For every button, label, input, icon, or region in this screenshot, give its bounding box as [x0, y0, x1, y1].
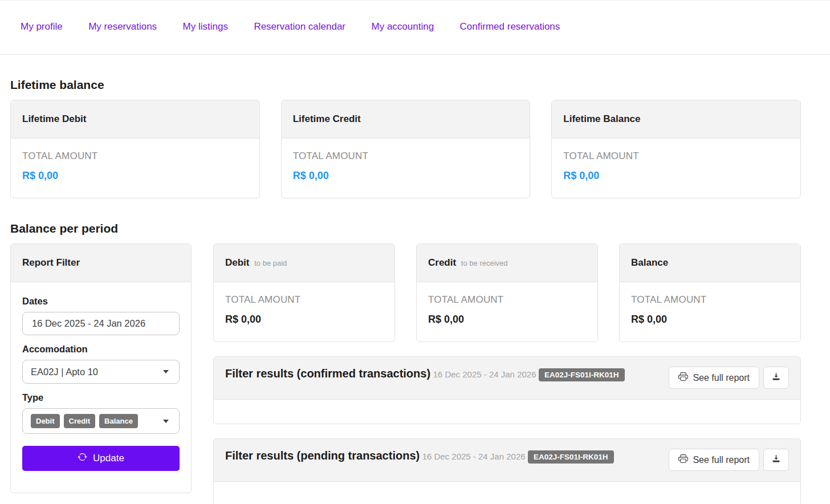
chevron-down-icon: [163, 370, 169, 373]
period-cards-row: Debit to be paid TOTAL AMOUNT R$ 0,00 Cr…: [213, 243, 801, 342]
pending-download-report-button[interactable]: [763, 449, 789, 471]
report-filter-title: Report Filter: [11, 244, 191, 282]
lifetime-balance-card: Lifetime Balance TOTAL AMOUNT R$ 0,00: [551, 100, 801, 198]
chevron-down-icon: [163, 420, 169, 423]
type-label: Type: [22, 392, 180, 403]
printer-icon: [678, 372, 688, 384]
accommodation-selected-value: EA02J | Apto 10: [31, 367, 98, 377]
nav-tab-reservation-calendar[interactable]: Reservation calendar: [254, 21, 345, 32]
lifetime-debit-card-title: Lifetime Debit: [11, 100, 259, 139]
pending-results-empty-row: [214, 481, 800, 504]
balance-per-period-heading: Balance per period: [10, 222, 801, 235]
lifetime-credit-amount: R$ 0,00: [293, 170, 519, 182]
confirmed-results-date-range: 16 Dec 2025 - 24 Jan 2026: [433, 369, 536, 379]
update-button-label: Update: [93, 453, 124, 464]
period-right-column: Debit to be paid TOTAL AMOUNT R$ 0,00 Cr…: [213, 243, 801, 504]
confirmed-transactions-section: Filter results (confirmed transactions) …: [213, 356, 801, 424]
printer-icon: [678, 454, 688, 466]
confirmed-results-title: Filter results (confirmed transactions): [225, 367, 430, 380]
accommodation-label: Accomodation: [22, 344, 180, 355]
confirmed-see-full-report-button[interactable]: See full report: [669, 367, 759, 389]
lifetime-credit-card-title: Lifetime Credit: [282, 100, 530, 139]
lifetime-balance-card-title: Lifetime Balance: [552, 100, 800, 139]
balance-period-card: Balance TOTAL AMOUNT R$ 0,00: [619, 243, 801, 342]
update-button[interactable]: Update: [22, 446, 180, 471]
lifetime-balance-heading: Lifetime balance: [10, 78, 801, 92]
balance-period-amount: R$ 0,00: [631, 314, 789, 326]
type-select[interactable]: Debit Credit Balance: [22, 408, 180, 434]
dates-label: Dates: [22, 296, 180, 307]
confirmed-results-empty-row: [214, 399, 800, 424]
credit-card-subtitle: to be received: [461, 259, 508, 267]
debit-period-card: Debit to be paid TOTAL AMOUNT R$ 0,00: [213, 243, 395, 342]
confirmed-accommodation-code-badge: EA02J-FS01I-RK01H: [539, 368, 625, 381]
credit-period-card: Credit to be received TOTAL AMOUNT R$ 0,…: [416, 243, 598, 342]
pending-results-date-range: 16 Dec 2025 - 24 Jan 2026: [422, 452, 526, 461]
credit-period-amount: R$ 0,00: [428, 314, 586, 326]
download-icon: [771, 372, 781, 384]
main-content: Lifetime balance Lifetime Debit TOTAL AM…: [0, 78, 830, 504]
lifetime-debit-card: Lifetime Debit TOTAL AMOUNT R$ 0,00: [10, 100, 260, 198]
refresh-icon: [78, 452, 87, 465]
see-full-report-label: See full report: [693, 373, 750, 383]
lifetime-credit-card: Lifetime Credit TOTAL AMOUNT R$ 0,00: [281, 100, 531, 198]
credit-card-title: Credit: [428, 257, 456, 268]
total-amount-label: TOTAL AMOUNT: [563, 151, 789, 162]
debit-card-subtitle: to be paid: [254, 259, 287, 267]
total-amount-label: TOTAL AMOUNT: [293, 151, 519, 162]
type-tag-debit: Debit: [31, 414, 60, 428]
debit-period-amount: R$ 0,00: [225, 314, 383, 326]
balance-per-period-row: Report Filter Dates Accomodation EA02J |…: [10, 243, 801, 504]
debit-card-title: Debit: [225, 257, 250, 268]
type-tag-balance: Balance: [99, 414, 138, 428]
see-full-report-label: See full report: [693, 455, 750, 465]
nav-tab-my-listings[interactable]: My listings: [183, 21, 228, 32]
total-amount-label: TOTAL AMOUNT: [428, 294, 586, 306]
nav-tab-my-accounting[interactable]: My accounting: [372, 21, 434, 32]
download-icon: [771, 454, 781, 466]
dates-input[interactable]: [22, 312, 180, 335]
accommodation-select[interactable]: EA02J | Apto 10: [22, 360, 180, 384]
pending-see-full-report-button[interactable]: See full report: [669, 449, 759, 471]
pending-transactions-section: Filter results (pending transactions) 16…: [213, 438, 801, 504]
lifetime-cards-row: Lifetime Debit TOTAL AMOUNT R$ 0,00 Life…: [10, 100, 801, 198]
nav-tab-my-reservations[interactable]: My reservations: [88, 21, 157, 32]
nav-tab-my-profile[interactable]: My profile: [21, 21, 63, 32]
lifetime-debit-amount: R$ 0,00: [22, 170, 248, 182]
report-filter-card: Report Filter Dates Accomodation EA02J |…: [10, 243, 192, 493]
total-amount-label: TOTAL AMOUNT: [225, 294, 383, 306]
pending-accommodation-code-badge: EA02J-FS01I-RK01H: [528, 450, 614, 464]
balance-card-title: Balance: [631, 257, 668, 268]
top-navigation: My profile My reservations My listings R…: [0, 0, 830, 55]
nav-tab-confirmed-reservations[interactable]: Confirmed reservations: [460, 21, 560, 32]
total-amount-label: TOTAL AMOUNT: [631, 294, 789, 306]
confirmed-download-report-button[interactable]: [763, 367, 789, 389]
pending-results-title: Filter results (pending transactions): [225, 449, 420, 462]
type-tag-credit: Credit: [64, 414, 96, 428]
total-amount-label: TOTAL AMOUNT: [22, 151, 248, 162]
lifetime-balance-amount: R$ 0,00: [563, 170, 789, 182]
